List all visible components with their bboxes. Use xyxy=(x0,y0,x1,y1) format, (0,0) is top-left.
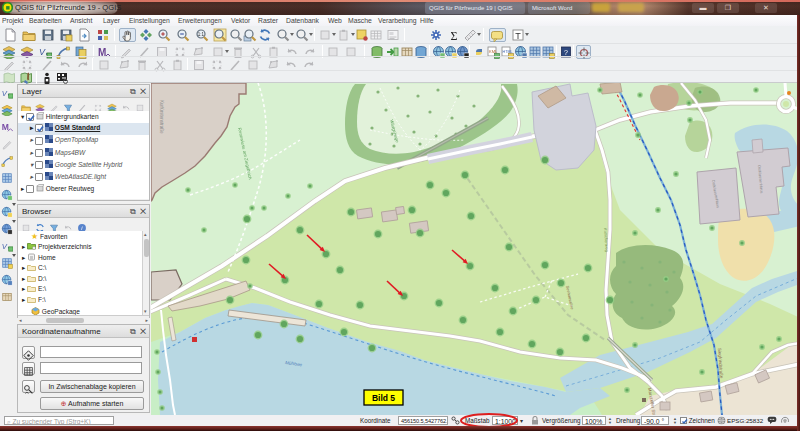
svg-text:Kurfürstenstraße: Kurfürstenstraße xyxy=(159,100,164,134)
svg-text:?: ? xyxy=(564,49,568,56)
svg-text:1:1: 1:1 xyxy=(198,32,205,37)
svg-text:V: V xyxy=(2,242,8,251)
svg-text:T: T xyxy=(515,31,521,41)
svg-text:V: V xyxy=(2,89,8,98)
svg-text:Σ: Σ xyxy=(451,29,458,43)
svg-text:Bild 5: Bild 5 xyxy=(372,393,395,403)
